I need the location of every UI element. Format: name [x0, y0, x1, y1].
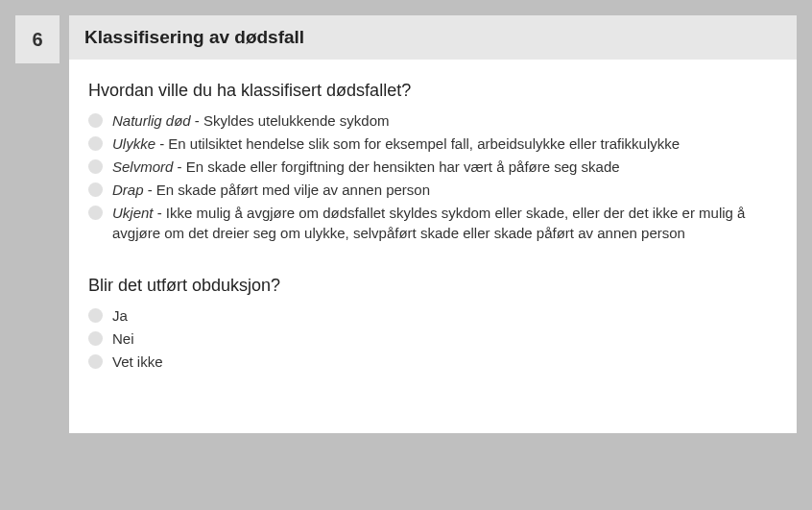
step-number: 6 — [32, 29, 42, 51]
body-area: Hvordan ville du ha klassifisert dødsfal… — [69, 60, 797, 433]
question-prompt: Blir det utført obduksjon? — [88, 276, 777, 296]
option-vet-ikke[interactable]: Vet ikke — [88, 352, 777, 372]
question-classification: Hvordan ville du ha klassifisert dødsfal… — [88, 81, 777, 243]
question-obduksjon: Blir det utført obduksjon? Ja Nei Vet ik… — [88, 276, 777, 372]
option-label: Ja — [112, 305, 777, 326]
option-term: Ukjent — [112, 205, 154, 221]
question-prompt: Hvordan ville du ha klassifisert dødsfal… — [88, 81, 777, 101]
option-desc: - Skyldes utelukkende sykdom — [191, 112, 390, 129]
section-title: Klassifisering av dødsfall — [69, 15, 797, 60]
radio-icon[interactable] — [88, 308, 103, 323]
option-label: Nei — [112, 328, 777, 349]
option-ukjent[interactable]: Ukjent - Ikke mulig å avgjøre om dødsfal… — [88, 203, 777, 243]
option-selvmord[interactable]: Selvmord - En skade eller forgiftning de… — [88, 157, 777, 177]
option-label: Ukjent - Ikke mulig å avgjøre om dødsfal… — [112, 203, 777, 243]
option-term: Selvmord — [112, 158, 173, 175]
option-label: Naturlig død - Skyldes utelukkende sykdo… — [112, 110, 777, 131]
radio-icon[interactable] — [88, 136, 103, 151]
option-term: Ulykke — [112, 135, 155, 152]
radio-icon[interactable] — [88, 113, 103, 128]
content-box: Klassifisering av dødsfall Hvordan ville… — [69, 15, 797, 433]
option-label: Ulykke - En utilsiktet hendelse slik som… — [112, 134, 777, 154]
option-nei[interactable]: Nei — [88, 328, 777, 349]
option-drap[interactable]: Drap - En skade påført med vilje av anne… — [88, 180, 777, 200]
radio-icon[interactable] — [88, 182, 103, 197]
radio-icon[interactable] — [88, 159, 103, 174]
option-label: Vet ikke — [112, 352, 777, 372]
radio-icon[interactable] — [88, 354, 103, 369]
option-ulykke[interactable]: Ulykke - En utilsiktet hendelse slik som… — [88, 134, 777, 154]
option-desc: - En utilsiktet hendelse slik som for ek… — [155, 135, 680, 152]
option-term: Naturlig død — [112, 112, 191, 129]
radio-icon[interactable] — [88, 331, 103, 346]
option-term: Drap — [112, 182, 144, 198]
option-desc: - En skade eller forgiftning der hensikt… — [173, 158, 619, 175]
option-desc: - Ikke mulig å avgjøre om dødsfallet sky… — [112, 205, 745, 241]
option-desc: - En skade påført med vilje av annen per… — [144, 182, 431, 198]
option-label: Selvmord - En skade eller forgiftning de… — [112, 157, 777, 177]
option-label: Drap - En skade påført med vilje av anne… — [112, 180, 777, 200]
radio-icon[interactable] — [88, 206, 103, 220]
option-ja[interactable]: Ja — [88, 305, 777, 326]
section-panel: 6 Klassifisering av dødsfall Hvordan vil… — [15, 15, 797, 433]
option-naturlig-dod[interactable]: Naturlig død - Skyldes utelukkende sykdo… — [88, 110, 777, 131]
step-number-box: 6 — [15, 15, 60, 63]
